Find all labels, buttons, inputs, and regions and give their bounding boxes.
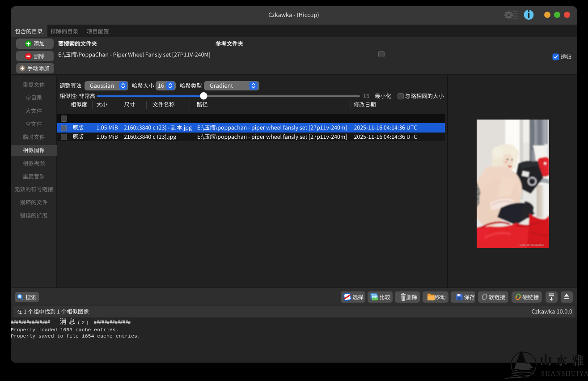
svg-text:SHANSHUIYA: SHANSHUIYA [541,370,588,377]
